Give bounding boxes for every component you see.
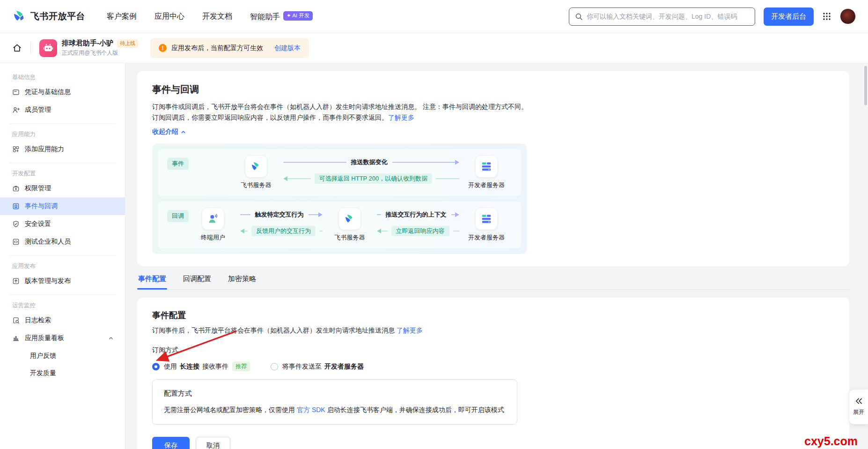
learn-more-link[interactable]: 了解更多 xyxy=(388,114,414,121)
expand-label: 展开 xyxy=(853,408,864,416)
callback-badge: 回调 xyxy=(167,210,189,222)
cancel-button[interactable]: 取消 xyxy=(196,437,230,449)
tab-encryption-policy[interactable]: 加密策略 xyxy=(228,275,256,290)
credential-icon xyxy=(12,88,20,96)
config-box-text: 无需注册公网域名或配置加密策略，仅需使用官方 SDK启动长连接飞书客户端，并确保… xyxy=(164,405,506,415)
option-text: 使用 xyxy=(164,362,177,371)
sidebar-item-dev-quality[interactable]: 开发质量 xyxy=(0,364,125,382)
arrow-label: 推送数据变化 xyxy=(351,158,388,167)
sidebar-item-label: 成员管理 xyxy=(25,106,51,114)
sidebar-item-log-search[interactable]: 日志检索 xyxy=(0,311,125,329)
sidebar-item-test-enterprise[interactable]: 测试企业和人员 xyxy=(0,233,125,251)
brand-logo[interactable]: 飞书开放平台 xyxy=(12,9,85,23)
node-label: 飞书服务器 xyxy=(241,181,272,189)
tab-event-config[interactable]: 事件配置 xyxy=(138,275,166,290)
option-text-bold: 开发者服务器 xyxy=(324,362,364,371)
double-chevron-left-icon xyxy=(855,398,863,405)
vertical-scrollbar[interactable] xyxy=(864,66,867,105)
sidebar-item-permissions[interactable]: 权限管理 xyxy=(0,180,125,197)
sidebar-item-quality-dashboard[interactable]: 应用质量看板 xyxy=(0,329,125,347)
intro-description: 订阅事件或回调后，飞书开放平台将会在事件（如机器人入群）发生时向请求地址推送消息… xyxy=(152,101,532,123)
arrow-immediate-response: 立即返回响应内容 xyxy=(377,226,459,236)
chevron-up-icon[interactable] xyxy=(108,335,114,341)
sidebar-item-label: 测试企业和人员 xyxy=(25,238,71,246)
end-user-icon xyxy=(202,208,224,230)
subscribe-mode-options: 使用 长连接 接收事件 推荐 将事件发送至 开发者服务器 xyxy=(152,362,834,371)
long-connection-config-box: 配置方式 无需注册公网域名或配置加密策略，仅需使用官方 SDK启动长连接飞书客户… xyxy=(152,379,517,425)
page-title: 事件与回调 xyxy=(152,83,834,96)
form-actions: 保存 取消 xyxy=(152,437,834,449)
nav-item-app-center[interactable]: 应用中心 xyxy=(154,12,184,22)
create-version-link[interactable]: 创建版本 xyxy=(274,44,301,52)
event-callback-diagram: 事件 飞书服务器 推送数据变化 xyxy=(152,144,527,254)
save-button[interactable]: 保存 xyxy=(152,437,190,449)
sidebar-item-user-feedback[interactable]: 用户反馈 xyxy=(0,347,125,364)
app-grid-icon[interactable] xyxy=(822,12,831,21)
ai-assistant-label: 智能助手 xyxy=(250,13,280,21)
radio-developer-server[interactable]: 将事件发送至 开发者服务器 xyxy=(271,362,364,371)
nav-item-ai-assistant[interactable]: 智能助手✦ AI 开发 xyxy=(250,11,313,22)
developer-server-icon xyxy=(476,208,497,230)
app-meta: 排球君助手-小驴 待上线 正式应用@飞书个人版 xyxy=(62,39,138,57)
feishu-server-icon xyxy=(245,156,267,177)
user-avatar[interactable] xyxy=(840,8,856,24)
event-badge: 事件 xyxy=(167,158,189,170)
upload-box-icon xyxy=(12,277,20,285)
divider xyxy=(9,295,116,295)
feishu-logo-icon xyxy=(12,9,26,23)
arrowhead-left-icon xyxy=(240,229,244,233)
intro-description-text: 订阅事件或回调后，飞书开放平台将会在事件（如机器人入群）发生时向请求地址推送消息… xyxy=(152,103,528,121)
node-feishu-server: 飞书服务器 xyxy=(327,208,372,242)
code-box-icon xyxy=(12,238,20,246)
tab-callback-config[interactable]: 回调配置 xyxy=(183,275,211,290)
search-input[interactable] xyxy=(587,13,749,20)
collapse-intro-link[interactable]: 收起介绍 xyxy=(152,128,186,136)
arrow-label: 立即返回响应内容 xyxy=(391,226,449,236)
nav-menu: 客户案例 应用中心 开发文档 智能助手✦ AI 开发 xyxy=(107,11,313,22)
sidebar-item-members[interactable]: 成员管理 xyxy=(0,101,125,119)
app-subtitle: 正式应用@飞书个人版 xyxy=(62,49,138,57)
config-text: 无需注册公网域名或配置加密策略，仅需使用 xyxy=(164,406,295,413)
info-icon: ! xyxy=(159,44,167,52)
global-search[interactable] xyxy=(569,7,755,26)
event-arrows: 推送数据变化 可选择返回 HTTP 200，以确认收到数据 xyxy=(283,158,459,184)
option-text: 接收事件 xyxy=(202,362,228,371)
node-label: 开发者服务器 xyxy=(468,233,505,242)
option-text: 将事件发送至 xyxy=(282,362,322,371)
sidebar-section-app-capability: 应用能力 xyxy=(12,130,125,138)
option-text-bold: 长连接 xyxy=(180,362,199,371)
sidebar-item-version-release[interactable]: 版本管理与发布 xyxy=(0,272,125,290)
developer-console-button[interactable]: 开发者后台 xyxy=(764,7,814,26)
node-developer-server: 开发者服务器 xyxy=(464,156,509,189)
nav-item-dev-docs[interactable]: 开发文档 xyxy=(202,12,232,22)
developer-server-icon xyxy=(476,156,497,177)
sidebar-item-events-callbacks[interactable]: 事件与回调 xyxy=(0,197,125,215)
subscribe-mode-label: 订阅方式 xyxy=(152,346,834,355)
sidebar-item-add-capability[interactable]: 添加应用能力 xyxy=(0,140,125,158)
expand-side-panel[interactable]: 展开 xyxy=(849,390,868,424)
sidebar-section-ops-monitor: 运营监控 xyxy=(12,302,125,310)
publish-notice-banner: ! 应用发布后，当前配置方可生效 创建版本 xyxy=(150,38,309,58)
radio-button-checked[interactable] xyxy=(152,363,160,370)
arrow-label: 触发特定交互行为 xyxy=(255,210,304,219)
node-end-user: 终端用户 xyxy=(191,208,235,242)
notice-text: 应用发布后，当前配置方可生效 xyxy=(171,44,263,52)
learn-more-link[interactable]: 了解更多 xyxy=(397,326,423,334)
nav-item-customer-cases[interactable]: 客户案例 xyxy=(107,12,137,22)
home-icon[interactable] xyxy=(12,43,22,53)
sidebar-item-security[interactable]: 安全设置 xyxy=(0,215,125,233)
member-icon xyxy=(12,106,20,114)
radio-button-unchecked[interactable] xyxy=(271,363,278,370)
event-config-title: 事件配置 xyxy=(152,310,834,321)
sidebar-item-label: 开发质量 xyxy=(30,369,56,377)
sidebar-item-label: 事件与回调 xyxy=(25,202,58,210)
arrow-push-data: 推送数据变化 xyxy=(283,158,459,167)
official-sdk-link[interactable]: 官方 SDK xyxy=(297,406,325,413)
capability-grid-icon xyxy=(12,145,20,153)
diagram-event-row: 事件 飞书服务器 推送数据变化 xyxy=(158,149,521,196)
sidebar-item-credentials[interactable]: 凭证与基础信息 xyxy=(0,83,125,101)
shield-check-icon xyxy=(12,220,20,228)
sidebar-section-app-release: 应用发布 xyxy=(12,262,125,270)
radio-long-connection[interactable]: 使用 长连接 接收事件 推荐 xyxy=(152,362,250,371)
arrowhead-right-icon xyxy=(318,212,323,217)
